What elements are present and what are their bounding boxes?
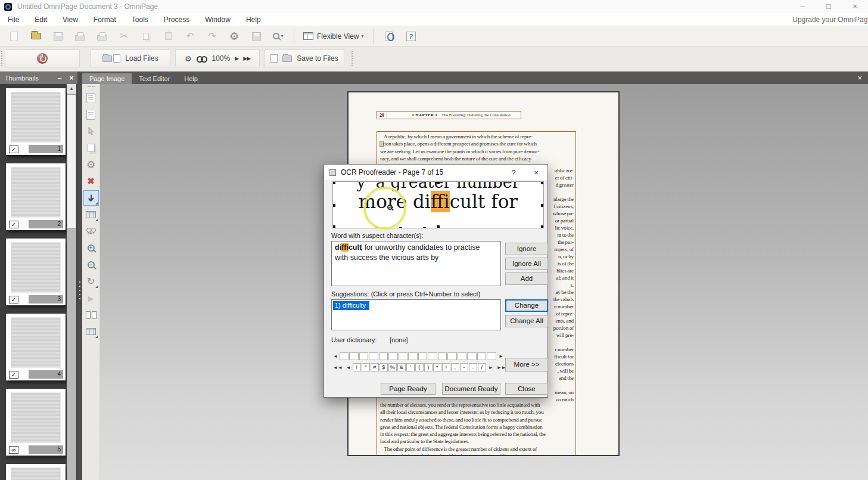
char-cell[interactable]: [418, 352, 428, 360]
scroll-up-icon[interactable]: ▲: [67, 84, 76, 94]
page-thumbnail[interactable]: ✓ 3: [6, 239, 66, 305]
dialog-close-button[interactable]: ×: [525, 168, 547, 177]
help-button[interactable]: ?: [405, 30, 418, 43]
char-cell[interactable]: ): [424, 363, 433, 371]
char-cell[interactable]: *: [433, 363, 441, 371]
char-cell[interactable]: [399, 352, 408, 360]
step-forward-icon[interactable]: ▶: [235, 55, 238, 61]
zoom-in-tool[interactable]: +: [83, 240, 99, 256]
options-button[interactable]: ⚙: [228, 30, 241, 43]
save-to-files-button[interactable]: Save to Files: [265, 49, 344, 67]
page-thumbnail[interactable]: ∞ 5: [6, 389, 66, 456]
toolbar-grip[interactable]: [351, 51, 353, 66]
page-thumbnail[interactable]: ✓ 2: [6, 163, 66, 230]
panel-splitter[interactable]: [77, 72, 82, 480]
zone-handle[interactable]: [541, 204, 544, 207]
char-cell[interactable]: ": [362, 363, 370, 371]
ignore-button[interactable]: Ignore: [505, 243, 548, 255]
hand-pan-tool[interactable]: [83, 190, 99, 206]
palette-first-icon[interactable]: ◄◄: [331, 365, 344, 370]
panel-close-button[interactable]: ×: [66, 74, 77, 82]
toolbar-grip[interactable]: [88, 86, 95, 88]
flexible-view-control[interactable]: Flexible View ▾: [303, 30, 364, 43]
menu-item[interactable]: Tools: [124, 16, 156, 24]
char-cell[interactable]: [359, 352, 369, 360]
rotate-page-tool[interactable]: ↻: [83, 274, 99, 289]
zone-layout-tool[interactable]: [83, 90, 99, 106]
copy-button[interactable]: [139, 30, 153, 43]
ocr-settings-group[interactable]: ⚙ 100% ▶ ▶▶: [175, 49, 260, 67]
dialog-titlebar[interactable]: OCR Proofreader - Page 7 of 15 ? ×: [324, 165, 547, 180]
print-button[interactable]: [73, 30, 86, 43]
char-cell[interactable]: #: [371, 363, 379, 371]
zone-handle[interactable]: [541, 225, 544, 228]
step-fast-icon[interactable]: ▶▶: [243, 55, 250, 61]
close-dialog-button[interactable]: Close: [505, 383, 548, 395]
char-cell[interactable]: -: [460, 363, 468, 371]
export-button[interactable]: [250, 30, 263, 43]
palette-right-icon[interactable]: ►: [497, 354, 505, 359]
verify-text-button[interactable]: [382, 30, 396, 43]
dialog-help-button[interactable]: ?: [502, 168, 525, 177]
palette-right-icon[interactable]: ►: [487, 365, 495, 370]
ignore-all-button[interactable]: Ignore All: [505, 258, 548, 270]
zone-handle[interactable]: [332, 181, 335, 184]
change-all-button[interactable]: Change All: [505, 315, 548, 327]
char-cell[interactable]: [438, 352, 447, 360]
tab-text-editor[interactable]: Text Editor: [132, 73, 177, 84]
char-cell[interactable]: [369, 352, 378, 360]
char-cell[interactable]: (: [415, 363, 424, 371]
char-cell[interactable]: [340, 352, 349, 360]
char-cell[interactable]: ,: [451, 363, 459, 371]
open-folder-button[interactable]: [29, 30, 42, 43]
char-cell[interactable]: .: [469, 363, 477, 371]
zone-handle[interactable]: [437, 225, 440, 228]
char-cell[interactable]: +: [442, 363, 450, 371]
minimize-button[interactable]: –: [789, 0, 816, 13]
more-button[interactable]: More >>: [505, 358, 548, 371]
multiple-zones-tool[interactable]: [83, 140, 99, 156]
zoom-out-tool[interactable]: −: [83, 257, 99, 272]
play-process-tool[interactable]: ▶: [83, 290, 99, 306]
scrollbar-thumb[interactable]: [67, 94, 76, 228]
menu-item[interactable]: Edit: [27, 16, 55, 24]
menu-item[interactable]: View: [55, 16, 86, 24]
zone-handle[interactable]: [332, 225, 335, 228]
zone-handle[interactable]: [541, 181, 544, 184]
panel-minimize-button[interactable]: –: [54, 74, 66, 82]
select-zone-tool[interactable]: [83, 123, 99, 139]
palette-left-icon[interactable]: ◄: [344, 365, 353, 370]
thumbnails-scrollbar[interactable]: ▲: [67, 84, 76, 480]
facing-pages-tool[interactable]: [83, 307, 99, 323]
tab-help[interactable]: Help: [177, 73, 205, 84]
zoom-tool-button[interactable]: ▾: [272, 30, 285, 43]
menu-item[interactable]: Process: [156, 16, 197, 24]
add-button[interactable]: Add: [505, 272, 548, 285]
char-cell[interactable]: %: [388, 363, 397, 371]
page-ready-button[interactable]: Page Ready: [381, 383, 435, 395]
zone-properties-tool[interactable]: ⚙: [83, 157, 99, 172]
char-cell[interactable]: [458, 352, 467, 360]
page-thumbnail[interactable]: ✓ 1: [6, 88, 66, 155]
zone-handle[interactable]: [437, 181, 440, 184]
suspect-word-textbox[interactable]: difficult for unworthy candidates to pra…: [331, 241, 501, 286]
undo-button[interactable]: ↶: [183, 30, 197, 43]
char-cell[interactable]: [428, 352, 437, 360]
tabbar-close-icon[interactable]: ×: [851, 72, 868, 84]
suggestions-listbox[interactable]: 1) difficulty: [331, 299, 501, 330]
proofread-settings-tool[interactable]: SET: [83, 224, 99, 239]
table-tool[interactable]: [83, 324, 99, 339]
char-cell[interactable]: [379, 352, 388, 360]
char-cell[interactable]: [447, 352, 457, 360]
save-button[interactable]: [51, 30, 64, 43]
change-button[interactable]: Change: [505, 299, 548, 312]
zone-handle[interactable]: [332, 204, 335, 207]
delete-zone-tool[interactable]: ✖: [83, 174, 99, 189]
upgrade-link[interactable]: Upgrade your OmniPage: [792, 16, 868, 24]
document-ready-button[interactable]: Document Ready: [442, 383, 500, 395]
redo-button[interactable]: ↷: [206, 30, 219, 43]
char-cell[interactable]: /: [478, 363, 486, 371]
paste-button[interactable]: [161, 30, 175, 43]
header-zone[interactable]: 20 CHAPTER 1 The Founding: Debating the …: [377, 111, 521, 119]
zone-layout-alt-tool[interactable]: [83, 107, 99, 122]
